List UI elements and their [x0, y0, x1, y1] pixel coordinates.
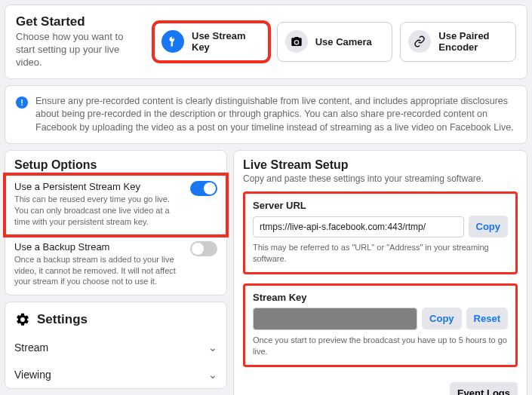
live-stream-setup-card: Live Stream Setup Copy and paste these s…	[233, 150, 527, 395]
lss-subtitle: Copy and paste these settings into your …	[243, 173, 518, 184]
backup-desc: Once a backup stream is added to your li…	[14, 254, 217, 288]
event-logs-button[interactable]: Event Logs	[450, 382, 518, 395]
option-paired-encoder[interactable]: Use Paired Encoder	[400, 22, 516, 62]
backup-title: Use a Backup Stream	[14, 241, 217, 253]
stream-key-box: Stream Key Copy Reset Once you start to …	[243, 283, 518, 367]
server-url-box: Server URL Copy This may be referred to …	[243, 191, 518, 274]
option-camera-label: Use Camera	[315, 36, 372, 48]
server-url-label: Server URL	[253, 200, 508, 211]
settings-item-viewing[interactable]: Viewing ⌄	[5, 361, 226, 388]
reset-stream-key-button[interactable]: Reset	[466, 308, 508, 329]
persistent-title: Use a Persistent Stream Key	[14, 181, 217, 192]
link-icon	[408, 30, 431, 53]
get-started-heading-block: Get Started Choose how you want to start…	[16, 14, 144, 69]
get-started-title: Get Started	[16, 14, 144, 29]
get-started-desc: Choose how you want to start setting up …	[16, 31, 144, 69]
backup-toggle[interactable]	[190, 241, 217, 256]
backup-stream-option: Use a Backup Stream Once a backup stream…	[5, 235, 226, 295]
persistent-toggle[interactable]	[190, 181, 217, 196]
stream-key-label: Stream Key	[253, 292, 508, 303]
camera-icon	[285, 30, 308, 53]
settings-title: Settings	[37, 312, 88, 327]
get-started-options: Use Stream Key Use Camera Use Paired Enc…	[153, 22, 516, 62]
setup-options-card: Setup Options Use a Persistent Stream Ke…	[5, 150, 227, 295]
settings-card: Settings Stream ⌄ Viewing ⌄	[5, 302, 227, 389]
stream-key-hint: Once you start to preview the broadcast …	[253, 335, 508, 357]
settings-item-stream[interactable]: Stream ⌄	[5, 334, 226, 361]
chevron-down-icon: ⌄	[208, 341, 217, 354]
info-banner: ! Ensure any pre-recorded content is cle…	[5, 85, 527, 145]
stream-key-input[interactable]	[253, 308, 417, 330]
option-camera[interactable]: Use Camera	[277, 22, 393, 62]
lss-title: Live Stream Setup	[243, 158, 518, 172]
settings-item-label: Stream	[14, 341, 48, 354]
settings-header: Settings	[5, 302, 226, 334]
key-icon	[161, 30, 184, 53]
copy-stream-key-button[interactable]: Copy	[422, 308, 462, 329]
chevron-down-icon: ⌄	[208, 369, 217, 381]
get-started-card: Get Started Choose how you want to start…	[5, 5, 527, 79]
option-stream-key[interactable]: Use Stream Key	[153, 22, 269, 62]
option-paired-encoder-label: Use Paired Encoder	[438, 30, 508, 54]
settings-item-label: Viewing	[14, 369, 51, 381]
copy-server-url-button[interactable]: Copy	[469, 216, 509, 237]
persistent-desc: This can be reused every time you go liv…	[14, 194, 217, 228]
info-icon: !	[16, 96, 28, 109]
server-url-hint: This may be referred to as "URL" or "Add…	[253, 242, 508, 265]
gear-icon	[14, 311, 31, 328]
server-url-input[interactable]	[253, 216, 464, 237]
persistent-stream-key-option: Use a Persistent Stream Key This can be …	[5, 175, 226, 235]
setup-options-title: Setup Options	[5, 151, 226, 175]
option-stream-key-label: Use Stream Key	[192, 30, 261, 54]
info-text: Ensure any pre-recorded content is clear…	[35, 95, 516, 135]
